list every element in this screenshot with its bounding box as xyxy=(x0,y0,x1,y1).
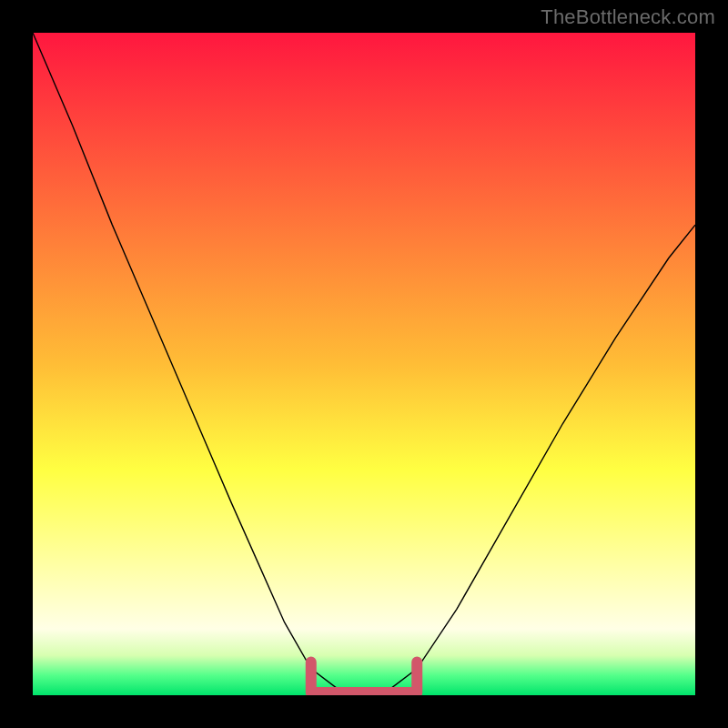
plot-area xyxy=(33,33,695,695)
curve-layer xyxy=(33,33,695,695)
chart-frame: TheBottleneck.com xyxy=(0,0,728,728)
watermark-text: TheBottleneck.com xyxy=(541,5,715,29)
optimal-zone-indicator xyxy=(311,662,417,693)
bottleneck-curve xyxy=(33,33,695,692)
